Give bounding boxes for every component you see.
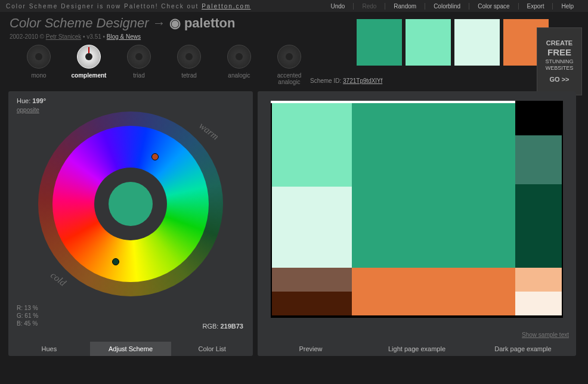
pv-darker-teal: [515, 184, 562, 268]
promo-line: FREE: [547, 47, 571, 58]
tab-dark-example[interactable]: Dark page example: [470, 342, 576, 356]
mode-complement[interactable]: complement: [72, 45, 106, 85]
nav-undo[interactable]: Undo: [323, 3, 354, 10]
top-nav: Undo Redo Random Colorblind Color space …: [323, 3, 583, 10]
nav-colorspace[interactable]: Color space: [469, 3, 518, 10]
top-notice: Color Scheme Designer is now Paletton! C…: [6, 3, 251, 10]
tab-light-example[interactable]: Light page example: [364, 342, 470, 356]
rgb-b: B: 45 %: [17, 320, 38, 327]
scheme-id: Scheme ID: 3721Tp9tdXlYf: [310, 78, 382, 84]
rgb-hex: RGB: 219B73: [203, 323, 244, 330]
color-wheel[interactable]: warm cold: [38, 112, 223, 296]
mode-label: complement: [72, 72, 107, 79]
cold-label: cold: [48, 270, 68, 288]
tetrad-icon: [177, 45, 201, 69]
mode-analogic[interactable]: analogic: [222, 45, 256, 85]
rgb-g: G: 61 %: [17, 312, 38, 320]
author-link[interactable]: Petr Stanicek: [46, 33, 81, 40]
mode-label: accented analogic: [272, 72, 307, 85]
tab-hues[interactable]: Hues: [8, 342, 90, 356]
rgb-hex-value: 219B73: [220, 323, 243, 330]
mono-icon: [27, 45, 51, 69]
swatch-3[interactable]: [454, 19, 500, 66]
left-tabs: Hues Adjust Scheme Color List: [8, 342, 253, 356]
mode-accented-analogic[interactable]: accented analogic: [272, 45, 307, 85]
mode-label: analogic: [228, 72, 250, 79]
promo-line: STUNNING: [546, 58, 574, 65]
mode-tetrad[interactable]: tetrad: [172, 45, 206, 85]
rgb-r: R: 13 %: [17, 304, 38, 312]
hue-label: Hue:: [17, 97, 32, 104]
rgb-percent: R: 13 % G: 61 % B: 45 %: [17, 304, 38, 327]
preview-area[interactable]: [271, 101, 563, 318]
blog-news-link[interactable]: Blog & News: [107, 33, 141, 40]
version: • v3.51 •: [83, 33, 107, 40]
pv-cream: [515, 292, 562, 315]
nav-export[interactable]: Export: [518, 3, 553, 10]
scheme-id-link[interactable]: 3721Tp9tdXlYf: [343, 78, 382, 84]
mode-label: triad: [133, 72, 144, 79]
tab-adjust-scheme[interactable]: Adjust Scheme: [90, 342, 172, 356]
accented-icon: [277, 45, 301, 69]
right-tabs: Preview Light page example Dark page exa…: [258, 342, 576, 356]
complement-icon: [77, 45, 101, 69]
hue-value: 199°: [32, 97, 46, 104]
triad-icon: [127, 45, 151, 69]
pv-light: [272, 103, 352, 187]
tab-preview[interactable]: Preview: [258, 342, 364, 356]
brand-arrow: →: [153, 16, 166, 30]
brand-title: Color Scheme Designer: [10, 16, 149, 30]
promo-go: GO >>: [549, 76, 569, 84]
promo-box[interactable]: CREATE FREE STUNNING WEBSITES GO >>: [537, 27, 582, 95]
brand-paletton: ◉ paletton: [169, 16, 236, 30]
wheel-panel: Hue: 199° opposite warm cold R: 13 % G: …: [8, 91, 253, 356]
pv-lighter: [272, 187, 352, 268]
tab-color-list[interactable]: Color List: [171, 342, 253, 356]
wheel-dot-primary[interactable]: [112, 258, 119, 265]
pv-peach: [515, 268, 562, 292]
sub-info: 2002-2010 © Petr Stanicek • v3.51 • Blog…: [10, 33, 307, 40]
promo-line: CREATE: [546, 39, 572, 48]
brand: Color Scheme Designer → ◉ paletton: [10, 16, 307, 31]
hue-info: Hue: 199° opposite: [17, 97, 46, 113]
nav-redo[interactable]: Redo: [353, 3, 385, 10]
wheel-hub: [109, 182, 153, 226]
pv-orange: [352, 268, 515, 315]
pv-dark-brown: [272, 292, 352, 315]
scheme-modes: mono complement triad tetrad analogic ac…: [21, 45, 307, 85]
years: 2002-2010 ©: [10, 33, 46, 40]
promo-line: WEBSITES: [546, 65, 574, 72]
header-swatches: [357, 19, 549, 66]
nav-help[interactable]: Help: [552, 3, 582, 10]
swatch-2[interactable]: [406, 19, 451, 66]
preview-panel: Show sample text Preview Light page exam…: [258, 91, 576, 356]
show-sample-text[interactable]: Show sample text: [522, 332, 569, 338]
analogic-icon: [227, 45, 251, 69]
mode-mono[interactable]: mono: [21, 45, 56, 85]
swatch-1[interactable]: [357, 19, 402, 66]
wheel-dot-complement[interactable]: [151, 153, 159, 160]
scheme-id-label: Scheme ID:: [310, 78, 343, 84]
rgb-hex-label: RGB:: [203, 323, 221, 330]
mode-label: mono: [31, 72, 46, 79]
nav-random[interactable]: Random: [385, 3, 425, 10]
paletton-link[interactable]: Paletton.com: [202, 3, 250, 10]
notice-text: Color Scheme Designer is now Paletton! C…: [6, 3, 202, 10]
warm-label: warm: [197, 120, 221, 143]
pv-brown: [272, 268, 352, 292]
nav-colorblind[interactable]: Colorblind: [425, 3, 469, 10]
pv-dark-teal: [515, 135, 562, 184]
mode-triad[interactable]: triad: [122, 45, 156, 85]
mode-label: tetrad: [181, 72, 197, 79]
